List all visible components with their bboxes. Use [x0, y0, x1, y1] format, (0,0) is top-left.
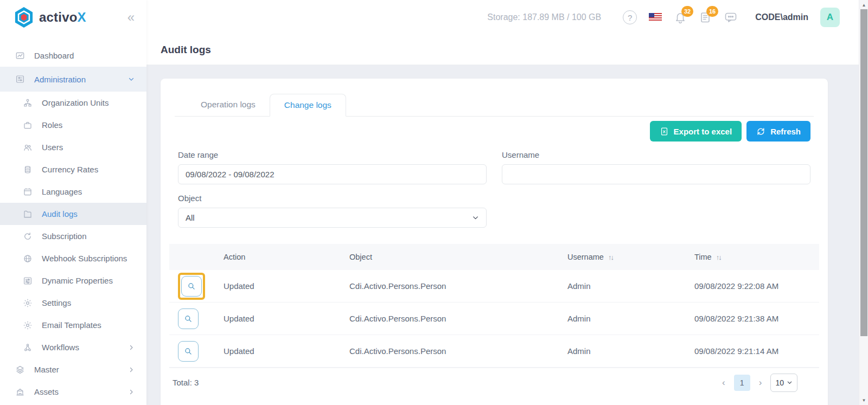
object-label: Object	[178, 194, 487, 203]
sidebar-item-label: Workflows	[42, 343, 79, 352]
news-badge: 16	[706, 6, 718, 17]
sort-icon[interactable]: ↑↓	[716, 253, 721, 261]
object-filter: Object All	[178, 194, 487, 228]
column-header-username: Username↑↓	[567, 253, 694, 261]
date-range-input[interactable]	[178, 164, 487, 184]
sidebar-item-users[interactable]: Users	[0, 136, 146, 158]
page-size-select[interactable]: 10	[770, 374, 797, 392]
cell-time: 09/08/2022 9:21:38 AM	[694, 314, 819, 323]
scrollbar-thumb[interactable]	[860, 9, 867, 336]
sidebar-item-label: Languages	[42, 187, 82, 196]
sidebar-item-master[interactable]: Master	[0, 358, 146, 381]
sort-icon[interactable]: ↑↓	[608, 253, 613, 261]
audit-logs-icon	[23, 209, 33, 219]
top-header: Storage: 187.89 MB / 100 GB ? 32 16 CODE…	[146, 0, 868, 35]
column-header-time: Time↑↓	[694, 253, 819, 261]
next-page-icon[interactable]: ›	[759, 378, 762, 387]
object-select[interactable]: All	[178, 208, 487, 228]
tab-bar: Operation logs Change logs	[175, 94, 814, 117]
vertical-scrollbar[interactable]: ▲ ▼	[859, 0, 868, 405]
sidebar-item-label: Dynamic Properties	[42, 276, 113, 285]
sidebar-item-email-templates[interactable]: Email Templates	[0, 314, 146, 336]
magnifier-icon	[187, 281, 196, 291]
sidebar-item-dashboard[interactable]: Dashboard	[0, 44, 146, 67]
sidebar-item-organization-units[interactable]: Organization Units	[0, 92, 146, 114]
tab-change-logs[interactable]: Change logs	[270, 94, 346, 117]
globe-icon	[23, 254, 33, 263]
main-area: Storage: 187.89 MB / 100 GB ? 32 16 CODE…	[146, 0, 868, 405]
gear-icon	[23, 298, 33, 308]
sidebar-item-dynamic-properties[interactable]: Dynamic Properties	[0, 269, 146, 292]
sidebar-item-subscription[interactable]: Subscription	[0, 225, 146, 247]
export-button-label: Export to excel	[674, 127, 732, 136]
sidebar-item-settings[interactable]: Settings	[0, 292, 146, 314]
sync-icon	[23, 232, 33, 241]
view-details-button[interactable]	[178, 308, 199, 329]
sidebar-item-label: Audit logs	[42, 209, 78, 218]
toolbar: Export to excel Refresh	[161, 117, 828, 142]
sidebar-item-audit-logs[interactable]: Audit logs	[0, 203, 146, 225]
sidebar-item-webhook-subscriptions[interactable]: Webhook Subscriptions	[0, 247, 146, 269]
view-details-button[interactable]	[181, 276, 202, 297]
language-selector[interactable]	[649, 13, 662, 22]
workflow-icon	[23, 343, 33, 352]
sidebar-item-languages[interactable]: Languages	[0, 181, 146, 203]
cell-object: Cdi.Activo.Persons.Person	[349, 314, 567, 323]
sidebar-nav: Dashboard Administration Organization Un…	[0, 35, 146, 403]
sidebar: activoX « Dashboard Administration Organ…	[0, 0, 146, 405]
sidebar-item-label: Settings	[42, 298, 71, 307]
page-size-value: 10	[775, 378, 784, 387]
sidebar-collapse-icon[interactable]: «	[127, 11, 135, 24]
sidebar-item-label: Administration	[34, 75, 86, 84]
brand-logo-icon	[14, 7, 34, 28]
table-footer: Total: 3 ‹ 1 › 10	[169, 368, 819, 397]
brand-name: activoX	[39, 10, 86, 25]
app-root: activoX « Dashboard Administration Organ…	[0, 0, 868, 405]
cell-action: Updated	[224, 281, 349, 291]
username-input[interactable]	[502, 164, 810, 184]
avatar[interactable]: A	[820, 8, 840, 27]
briefcase-icon	[23, 120, 33, 130]
sidebar-item-administration[interactable]: Administration	[0, 67, 146, 92]
export-to-excel-button[interactable]: Export to excel	[650, 121, 742, 142]
page-number[interactable]: 1	[734, 375, 750, 391]
us-flag-icon	[649, 13, 662, 22]
sidebar-item-assets[interactable]: Assets	[0, 381, 146, 403]
scroll-down-icon[interactable]: ▼	[859, 396, 868, 404]
layers-icon	[15, 365, 25, 375]
help-button[interactable]: ?	[623, 10, 637, 24]
sidebar-item-label: Users	[42, 143, 63, 152]
refresh-button[interactable]: Refresh	[746, 121, 810, 142]
date-range-filter: Date range	[178, 150, 487, 184]
sidebar-item-roles[interactable]: Roles	[0, 114, 146, 136]
username-filter: Username	[502, 150, 810, 184]
current-user-label[interactable]: CODE\admin	[755, 12, 808, 22]
object-select-value: All	[186, 213, 195, 222]
table-row: Updated Cdi.Activo.Persons.Person Admin …	[169, 303, 819, 335]
storage-indicator: Storage: 187.89 MB / 100 GB	[487, 12, 601, 22]
username-label: Username	[502, 150, 810, 159]
cell-username: Admin	[567, 281, 694, 291]
sidebar-item-currency-rates[interactable]: Currency Rates	[0, 158, 146, 181]
tab-operation-logs[interactable]: Operation logs	[187, 94, 270, 117]
notifications-badge: 32	[681, 6, 693, 17]
sidebar-item-label: Master	[34, 365, 59, 374]
administration-icon	[15, 74, 25, 84]
column-header-action: Action	[224, 253, 349, 261]
sidebar-item-workflows[interactable]: Workflows	[0, 336, 146, 358]
news-button[interactable]: 16	[699, 11, 712, 24]
scroll-up-icon[interactable]: ▲	[859, 1, 868, 9]
dynamic-properties-icon	[23, 276, 33, 286]
refresh-icon	[756, 127, 765, 136]
table-row: Updated Cdi.Activo.Persons.Person Admin …	[169, 335, 819, 368]
page-title-bar: Audit logs	[146, 35, 868, 65]
filters: Date range Username Object All	[161, 142, 828, 228]
refresh-button-label: Refresh	[770, 127, 801, 136]
cell-time: 09/08/2022 9:21:14 AM	[694, 346, 819, 356]
view-details-button[interactable]	[178, 341, 199, 362]
prev-page-icon[interactable]: ‹	[722, 378, 725, 387]
sidebar-item-label: Webhook Subscriptions	[42, 254, 127, 263]
chat-button[interactable]	[724, 11, 738, 24]
cell-username: Admin	[567, 346, 694, 356]
notifications-button[interactable]: 32	[674, 11, 687, 24]
